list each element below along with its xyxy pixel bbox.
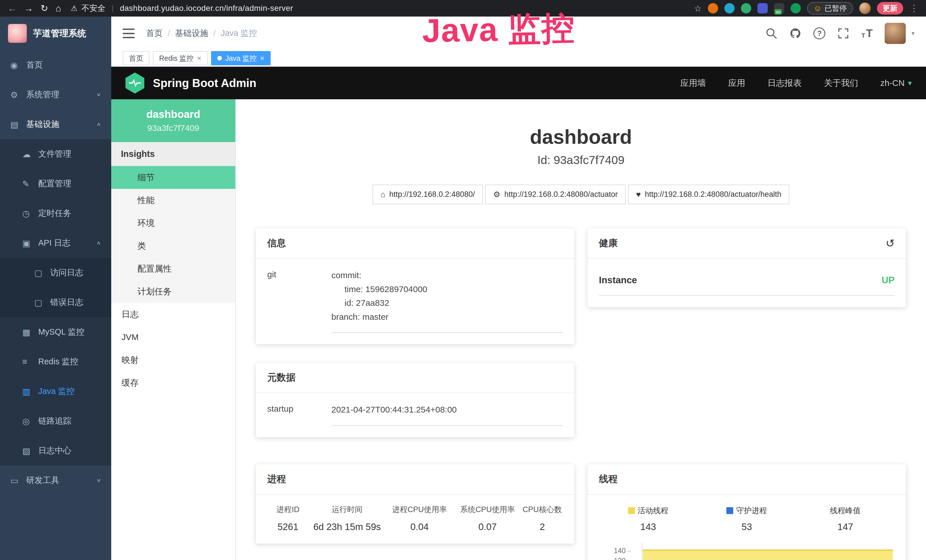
address-divider: | xyxy=(112,4,113,13)
breadcrumb-item[interactable]: 基础设施 xyxy=(175,28,208,39)
search-icon[interactable] xyxy=(766,27,778,39)
sba-item-environment[interactable]: 环境 xyxy=(111,212,235,235)
sidebar-item-label: 错误日志 xyxy=(50,297,101,308)
browser-menu-button[interactable]: ⋮ xyxy=(909,3,918,14)
page-subtitle: Id: 93a3fc7f7409 xyxy=(256,153,906,167)
sidebar-item-config-manage[interactable]: ✎ 配置管理 xyxy=(0,169,111,198)
browser-forward-button[interactable]: → xyxy=(24,4,33,13)
instance-link-health[interactable]: ♥ http://192.168.0.2:48080/actuator/heal… xyxy=(628,185,790,204)
process-card-body: 进程ID 5261 运行时间 6d 23h 15m 59s xyxy=(256,495,574,544)
url-text: dashboard.yudao.iocoder.cn/infra/admin-s… xyxy=(120,4,293,13)
sba-instance-header[interactable]: dashboard 93a3fc7f7409 xyxy=(111,99,235,142)
info-card: 信息 git commit: time: 1596289704000 id: 2 xyxy=(256,228,574,344)
info-line: id: 27aa832 xyxy=(331,296,563,310)
breadcrumb-item[interactable]: 首页 xyxy=(146,28,163,39)
sba-nav-journal[interactable]: 日志报表 xyxy=(767,77,802,89)
sba-item-mappings[interactable]: 映射 xyxy=(111,349,235,371)
sidebar-item-label: 链路追踪 xyxy=(38,415,101,427)
sba-item-caches[interactable]: 缓存 xyxy=(111,371,235,394)
health-instance-row[interactable]: Instance UP xyxy=(599,271,895,296)
sidebar-item-scheduled-job[interactable]: ◷ 定时任务 xyxy=(0,198,111,228)
github-icon[interactable] xyxy=(790,27,801,39)
app-logo-row[interactable]: 芋道管理系统 xyxy=(0,17,111,50)
instance-link-actuator[interactable]: ⚙ http://192.168.0.2:48080/actuator xyxy=(485,185,626,204)
tab-home[interactable]: 首页 xyxy=(123,51,150,65)
sba-item-classes[interactable]: 类 xyxy=(111,235,235,257)
browser-back-button[interactable]: ← xyxy=(8,4,17,13)
sba-item-jvm[interactable]: JVM xyxy=(111,326,235,349)
sidebar-item-infrastructure[interactable]: ▤ 基础设施 ∧ xyxy=(0,109,111,139)
paused-label: 已暂停 xyxy=(825,3,847,14)
sidebar-item-mysql-monitor[interactable]: ▦ MySQL 监控 xyxy=(0,317,111,347)
extension-icon-1[interactable] xyxy=(708,3,718,14)
sidebar-item-label: 研发工具 xyxy=(26,475,96,486)
sidebar-item-access-log[interactable]: ▢ 访问日志 xyxy=(0,258,111,288)
user-avatar[interactable] xyxy=(885,23,906,44)
screen: ← → ↻ ⌂ ⚠ 不安全 | dashboard.yudao.iocoder.… xyxy=(0,0,926,560)
sba-item-logfile[interactable]: 日志 xyxy=(111,303,235,326)
tab-redis-monitor[interactable]: Redis 监控 × xyxy=(153,51,207,65)
extension-icon-4[interactable] xyxy=(758,3,768,14)
wrench-icon: ⚙ xyxy=(493,190,500,199)
sidebar-item-label: API 日志 xyxy=(38,238,96,249)
process-card-header: 进程 xyxy=(256,464,574,495)
sidebar-item-file-manage[interactable]: ☁ 文件管理 xyxy=(0,139,111,169)
sba-nav-wall[interactable]: 应用墙 xyxy=(680,77,706,89)
chevron-down-icon: ▾ xyxy=(908,79,912,88)
card-title: 进程 xyxy=(267,473,286,486)
tab-close-icon[interactable]: × xyxy=(197,54,201,63)
browser-home-button[interactable]: ⌂ xyxy=(56,4,61,13)
sba-item-scheduled-tasks[interactable]: 计划任务 xyxy=(111,280,235,303)
sba-locale-select[interactable]: zh-CN ▾ xyxy=(881,78,912,88)
sidebar-item-devtools[interactable]: ▭ 研发工具 ∨ xyxy=(0,466,111,495)
sidebar-item-api-log[interactable]: ▣ API 日志 ∧ xyxy=(0,228,111,258)
tab-close-icon[interactable]: × xyxy=(260,54,264,63)
metadata-card-header: 元数据 xyxy=(256,363,574,393)
sba-item-details[interactable]: 细节 xyxy=(111,166,235,189)
extension-icon-6[interactable] xyxy=(791,3,801,14)
instance-link-service[interactable]: ⌂ http://192.168.0.2:48080/ xyxy=(372,185,483,204)
bookmark-star-icon[interactable]: ☆ xyxy=(694,3,702,14)
info-key: git xyxy=(267,268,331,333)
sba-item-metrics[interactable]: 性能 xyxy=(111,189,235,212)
history-icon[interactable]: ↺ xyxy=(885,238,895,249)
health-card-body: Instance UP xyxy=(587,259,906,307)
legend-swatch-blue xyxy=(726,507,733,514)
home-icon: ⌂ xyxy=(380,190,385,199)
address-bar[interactable]: ⚠ 不安全 | dashboard.yudao.iocoder.cn/infra… xyxy=(71,3,293,14)
browser-update-button[interactable]: 更新 xyxy=(877,2,903,15)
app-logo xyxy=(8,24,27,43)
sidebar-item-log-center[interactable]: ▨ 日志中心 xyxy=(0,436,111,466)
monitor-icon: ▥ xyxy=(22,387,38,397)
browser-profile-avatar[interactable] xyxy=(859,3,871,14)
column-header: 系统CPU使用率 xyxy=(454,504,522,515)
spring-boot-admin-logo[interactable] xyxy=(126,73,144,94)
paused-extension-badge[interactable]: ☺ 已暂停 xyxy=(807,2,853,15)
browser-reload-button[interactable]: ↻ xyxy=(41,4,48,13)
y-axis-tick: 120 xyxy=(599,557,631,560)
font-size-icon[interactable]: T T xyxy=(861,28,873,39)
sidebar-item-redis-monitor[interactable]: ≡ Redis 监控 xyxy=(0,347,111,377)
sidebar-item-error-log[interactable]: ▢ 错误日志 xyxy=(0,288,111,317)
tab-java-monitor[interactable]: Java 监控 × xyxy=(211,51,271,65)
legend-label: 活动线程 xyxy=(638,506,669,516)
sba-nav-applications[interactable]: 应用 xyxy=(728,77,745,89)
threads-card-body: 活动线程 143 守护进程 xyxy=(587,495,906,560)
sba-main-content: dashboard Id: 93a3fc7f7409 ⌂ http://192.… xyxy=(236,99,926,560)
avatar-caret-icon[interactable]: ▾ xyxy=(911,30,915,37)
sidebar-item-system[interactable]: ⚙ 系统管理 ∨ xyxy=(0,80,111,109)
extension-icon-5[interactable]: on xyxy=(774,3,784,14)
card-title: 信息 xyxy=(267,237,286,250)
extension-icon-3[interactable] xyxy=(741,3,751,14)
sba-nav-about[interactable]: 关于我们 xyxy=(824,77,858,89)
sidebar-item-home[interactable]: ◉ 首页 xyxy=(0,50,111,80)
help-icon[interactable]: ? xyxy=(813,27,825,39)
sidebar-item-trace[interactable]: ◎ 链路追踪 xyxy=(0,406,111,436)
fullscreen-icon[interactable] xyxy=(837,27,849,39)
sidebar-collapse-icon[interactable] xyxy=(123,29,135,38)
sba-item-configprops[interactable]: 配置属性 xyxy=(111,257,235,280)
extension-icon-2[interactable] xyxy=(724,3,735,14)
sidebar-item-label: 访问日志 xyxy=(50,267,101,278)
sidebar-item-java-monitor[interactable]: ▥ Java 监控 xyxy=(0,377,111,406)
infrastructure-icon: ▤ xyxy=(10,120,26,130)
